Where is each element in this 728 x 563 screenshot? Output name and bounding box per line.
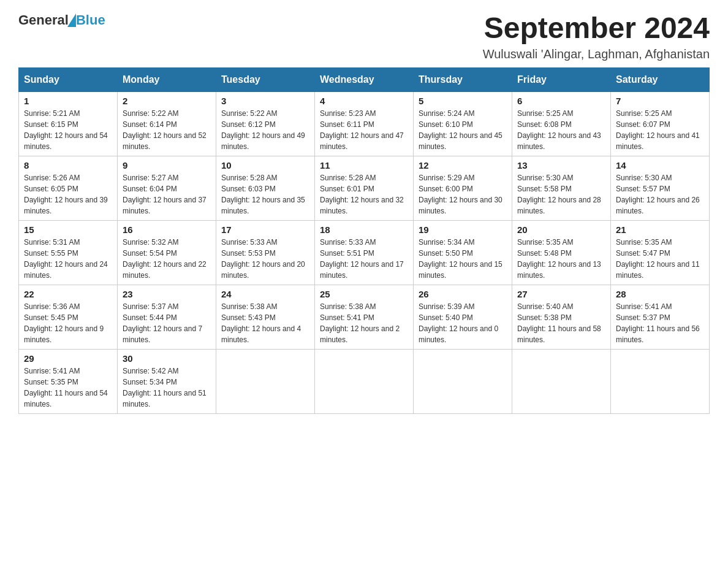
calendar-cell: 5Sunrise: 5:24 AMSunset: 6:10 PMDaylight… xyxy=(414,91,512,156)
calendar-cell xyxy=(216,349,315,413)
calendar-cell: 3Sunrise: 5:22 AMSunset: 6:12 PMDaylight… xyxy=(216,91,315,156)
calendar-cell: 30Sunrise: 5:42 AMSunset: 5:34 PMDayligh… xyxy=(118,349,216,413)
calendar-cell: 22Sunrise: 5:36 AMSunset: 5:45 PMDayligh… xyxy=(19,285,118,349)
day-number: 19 xyxy=(419,224,507,235)
day-number: 7 xyxy=(616,96,704,106)
day-number: 25 xyxy=(320,289,408,299)
calendar-cell: 4Sunrise: 5:23 AMSunset: 6:11 PMDaylight… xyxy=(315,91,414,156)
location-subtitle: Wuluswali 'Alingar, Laghman, Afghanistan xyxy=(483,47,710,61)
day-number: 22 xyxy=(24,289,112,299)
calendar-table: SundayMondayTuesdayWednesdayThursdayFrid… xyxy=(18,67,710,414)
week-row-4: 22Sunrise: 5:36 AMSunset: 5:45 PMDayligh… xyxy=(19,285,710,349)
day-number: 26 xyxy=(419,289,507,299)
calendar-cell: 12Sunrise: 5:29 AMSunset: 6:00 PMDayligh… xyxy=(414,156,512,220)
weekday-header-wednesday: Wednesday xyxy=(315,67,414,91)
day-info: Sunrise: 5:29 AMSunset: 6:00 PMDaylight:… xyxy=(419,172,507,216)
calendar-cell: 16Sunrise: 5:32 AMSunset: 5:54 PMDayligh… xyxy=(118,220,216,285)
day-number: 1 xyxy=(24,96,112,106)
calendar-cell: 11Sunrise: 5:28 AMSunset: 6:01 PMDayligh… xyxy=(315,156,414,220)
calendar-cell: 15Sunrise: 5:31 AMSunset: 5:55 PMDayligh… xyxy=(19,220,118,285)
calendar-cell: 7Sunrise: 5:25 AMSunset: 6:07 PMDaylight… xyxy=(611,91,710,156)
logo-blue-text: Blue xyxy=(76,12,105,28)
day-info: Sunrise: 5:31 AMSunset: 5:55 PMDaylight:… xyxy=(24,237,112,281)
day-number: 9 xyxy=(123,160,211,170)
weekday-header-friday: Friday xyxy=(512,67,611,91)
weekday-header-row: SundayMondayTuesdayWednesdayThursdayFrid… xyxy=(19,67,710,91)
day-number: 29 xyxy=(24,353,112,364)
day-number: 5 xyxy=(419,96,507,106)
day-info: Sunrise: 5:41 AMSunset: 5:37 PMDaylight:… xyxy=(616,301,704,345)
calendar-cell: 1Sunrise: 5:21 AMSunset: 6:15 PMDaylight… xyxy=(19,91,118,156)
day-number: 21 xyxy=(616,224,704,235)
day-info: Sunrise: 5:28 AMSunset: 6:03 PMDaylight:… xyxy=(221,172,309,216)
day-info: Sunrise: 5:21 AMSunset: 6:15 PMDaylight:… xyxy=(24,108,112,152)
day-number: 18 xyxy=(320,224,408,235)
day-info: Sunrise: 5:25 AMSunset: 6:07 PMDaylight:… xyxy=(616,108,704,152)
weekday-header-thursday: Thursday xyxy=(414,67,512,91)
calendar-cell xyxy=(315,349,414,413)
day-number: 6 xyxy=(517,96,605,106)
logo-triangle-icon xyxy=(67,13,76,27)
calendar-cell: 28Sunrise: 5:41 AMSunset: 5:37 PMDayligh… xyxy=(611,285,710,349)
calendar-cell: 2Sunrise: 5:22 AMSunset: 6:14 PMDaylight… xyxy=(118,91,216,156)
title-area: September 2024 Wuluswali 'Alingar, Laghm… xyxy=(483,12,710,61)
calendar-cell xyxy=(512,349,611,413)
logo: General Blue xyxy=(18,12,105,28)
day-info: Sunrise: 5:36 AMSunset: 5:45 PMDaylight:… xyxy=(24,301,112,345)
day-number: 4 xyxy=(320,96,408,106)
weekday-header-tuesday: Tuesday xyxy=(216,67,315,91)
day-info: Sunrise: 5:38 AMSunset: 5:43 PMDaylight:… xyxy=(221,301,309,345)
week-row-2: 8Sunrise: 5:26 AMSunset: 6:05 PMDaylight… xyxy=(19,156,710,220)
calendar-cell xyxy=(414,349,512,413)
day-number: 23 xyxy=(123,289,211,299)
day-number: 20 xyxy=(517,224,605,235)
day-number: 30 xyxy=(123,353,211,364)
day-number: 15 xyxy=(24,224,112,235)
calendar-cell: 14Sunrise: 5:30 AMSunset: 5:57 PMDayligh… xyxy=(611,156,710,220)
day-info: Sunrise: 5:33 AMSunset: 5:51 PMDaylight:… xyxy=(320,237,408,281)
day-info: Sunrise: 5:27 AMSunset: 6:04 PMDaylight:… xyxy=(123,172,211,216)
day-info: Sunrise: 5:22 AMSunset: 6:14 PMDaylight:… xyxy=(123,108,211,152)
logo-general-text: General xyxy=(18,12,69,28)
day-info: Sunrise: 5:26 AMSunset: 6:05 PMDaylight:… xyxy=(24,172,112,216)
calendar-cell: 26Sunrise: 5:39 AMSunset: 5:40 PMDayligh… xyxy=(414,285,512,349)
day-info: Sunrise: 5:25 AMSunset: 6:08 PMDaylight:… xyxy=(517,108,605,152)
calendar-cell: 29Sunrise: 5:41 AMSunset: 5:35 PMDayligh… xyxy=(19,349,118,413)
day-info: Sunrise: 5:35 AMSunset: 5:47 PMDaylight:… xyxy=(616,237,704,281)
day-info: Sunrise: 5:38 AMSunset: 5:41 PMDaylight:… xyxy=(320,301,408,345)
week-row-1: 1Sunrise: 5:21 AMSunset: 6:15 PMDaylight… xyxy=(19,91,710,156)
logo-blue-part: Blue xyxy=(69,12,105,28)
day-number: 8 xyxy=(24,160,112,170)
page-header: General Blue September 2024 Wuluswali 'A… xyxy=(18,12,710,61)
calendar-cell: 21Sunrise: 5:35 AMSunset: 5:47 PMDayligh… xyxy=(611,220,710,285)
day-info: Sunrise: 5:39 AMSunset: 5:40 PMDaylight:… xyxy=(419,301,507,345)
weekday-header-monday: Monday xyxy=(118,67,216,91)
day-info: Sunrise: 5:32 AMSunset: 5:54 PMDaylight:… xyxy=(123,237,211,281)
day-number: 14 xyxy=(616,160,704,170)
day-info: Sunrise: 5:40 AMSunset: 5:38 PMDaylight:… xyxy=(517,301,605,345)
day-number: 16 xyxy=(123,224,211,235)
calendar-cell: 25Sunrise: 5:38 AMSunset: 5:41 PMDayligh… xyxy=(315,285,414,349)
calendar-cell: 18Sunrise: 5:33 AMSunset: 5:51 PMDayligh… xyxy=(315,220,414,285)
weekday-header-sunday: Sunday xyxy=(19,67,118,91)
day-number: 17 xyxy=(221,224,309,235)
day-info: Sunrise: 5:22 AMSunset: 6:12 PMDaylight:… xyxy=(221,108,309,152)
calendar-cell xyxy=(611,349,710,413)
day-info: Sunrise: 5:41 AMSunset: 5:35 PMDaylight:… xyxy=(24,366,112,410)
calendar-cell: 20Sunrise: 5:35 AMSunset: 5:48 PMDayligh… xyxy=(512,220,611,285)
weekday-header-saturday: Saturday xyxy=(611,67,710,91)
calendar-cell: 13Sunrise: 5:30 AMSunset: 5:58 PMDayligh… xyxy=(512,156,611,220)
day-number: 10 xyxy=(221,160,309,170)
calendar-cell: 24Sunrise: 5:38 AMSunset: 5:43 PMDayligh… xyxy=(216,285,315,349)
day-number: 13 xyxy=(517,160,605,170)
calendar-cell: 8Sunrise: 5:26 AMSunset: 6:05 PMDaylight… xyxy=(19,156,118,220)
calendar-cell: 10Sunrise: 5:28 AMSunset: 6:03 PMDayligh… xyxy=(216,156,315,220)
calendar-cell: 19Sunrise: 5:34 AMSunset: 5:50 PMDayligh… xyxy=(414,220,512,285)
calendar-cell: 23Sunrise: 5:37 AMSunset: 5:44 PMDayligh… xyxy=(118,285,216,349)
day-info: Sunrise: 5:24 AMSunset: 6:10 PMDaylight:… xyxy=(419,108,507,152)
day-number: 24 xyxy=(221,289,309,299)
day-number: 28 xyxy=(616,289,704,299)
day-info: Sunrise: 5:30 AMSunset: 5:58 PMDaylight:… xyxy=(517,172,605,216)
month-title: September 2024 xyxy=(483,12,710,45)
calendar-cell: 6Sunrise: 5:25 AMSunset: 6:08 PMDaylight… xyxy=(512,91,611,156)
